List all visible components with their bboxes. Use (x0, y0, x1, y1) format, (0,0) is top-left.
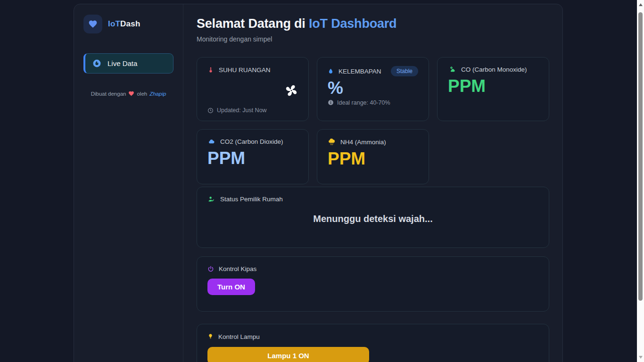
brand-logo (83, 15, 102, 33)
card-nh4-title: NH4 (Ammonia) (340, 139, 386, 146)
brand-name-secondary: Dash (120, 19, 140, 28)
heart-icon (128, 90, 134, 97)
credit-middle: oleh (137, 91, 147, 97)
page-title-accent: IoT Dashboard (309, 16, 396, 31)
status-badge: Stable (391, 66, 418, 76)
card-suhu-title-row: SUHU RUANGAN (207, 66, 298, 74)
card-suhu-updated-row: Updated: Just Now (207, 107, 267, 114)
page-subtitle: Monitoring dengan simpel (197, 35, 549, 43)
sidebar-item-label: Live Data (107, 59, 137, 67)
scrollbar-thumb[interactable] (638, 12, 643, 301)
card-kontrol-kipas: Kontrol Kipas Turn ON (197, 256, 549, 312)
lamp-1-on-button[interactable]: Lampu 1 ON (207, 347, 369, 362)
page-title: Selamat Datang di IoT Dashboard (197, 16, 549, 31)
sensor-card-grid: SUHU RUANGAN (197, 57, 549, 184)
info-icon (328, 99, 334, 106)
sidebar-item-live-data[interactable]: Live Data (83, 53, 173, 74)
brand: IoTDash (83, 15, 173, 33)
card-kelembapan-value: % (328, 78, 418, 99)
card-suhu-updated: Updated: Just Now (217, 107, 267, 114)
card-co-title-row: CO (Carbon Monoxide) (448, 66, 538, 73)
card-status-pemilik-rumah: Status Pemilik Rumah Menunggu deteksi wa… (197, 187, 549, 248)
brand-name-primary: IoT (108, 19, 120, 28)
card-co-title: CO (Carbon Monoxide) (461, 66, 527, 73)
scrollbar-up-arrow-icon[interactable] (639, 3, 643, 6)
card-lampu-title-row: Kontrol Lampu (207, 333, 538, 340)
face-detection-status-message: Menunggu deteksi wajah... (207, 203, 538, 239)
card-status-title: Status Pemilik Rumah (220, 196, 283, 203)
credit-line: Dibuat dengan oleh Zhapip (83, 90, 173, 97)
card-nh4-title-row: NH4 (Ammonia) (328, 138, 418, 146)
card-kelembapan-title: KELEMBAPAN (339, 68, 381, 75)
card-co2: CO2 (Carbon Dioxide) PPM (197, 129, 309, 184)
card-nh4-value: PPM (328, 149, 418, 169)
fan-icon (284, 83, 298, 98)
card-co-value: PPM (448, 76, 538, 97)
card-suhu-title: SUHU RUANGAN (219, 66, 271, 74)
card-kelembapan-title-row: KELEMBAPAN Stable (328, 66, 418, 76)
card-kipas-title: Kontrol Kipas (219, 265, 256, 272)
card-status-title-row: Status Pemilik Rumah (207, 196, 538, 203)
card-co2-value: PPM (207, 148, 298, 169)
power-icon (207, 265, 214, 272)
sidebar-nav: Live Data (83, 53, 173, 74)
clock-icon (207, 107, 214, 114)
flame-circle-icon (92, 59, 101, 68)
sidebar: IoTDash Live Data Dibuat dengan (74, 4, 183, 362)
card-co2-title: CO2 (Carbon Dioxide) (220, 138, 283, 145)
app-container: IoTDash Live Data Dibuat dengan (74, 4, 563, 362)
card-kelembapan-note: Ideal range: 40-70% (337, 99, 390, 106)
page-title-prefix: Selamat Datang di (197, 16, 309, 31)
heart-icon (88, 19, 98, 29)
user-check-icon (207, 196, 215, 203)
card-nh4: NH4 (Ammonia) PPM (317, 129, 429, 184)
card-kipas-title-row: Kontrol Kipas (207, 265, 538, 272)
cloud-rain-icon (328, 138, 336, 146)
card-lampu-title: Kontrol Lampu (218, 333, 260, 340)
main-content: Selamat Datang di IoT Dashboard Monitori… (183, 4, 562, 362)
credit-prefix: Dibuat dengan (91, 91, 126, 97)
scrollbar[interactable] (637, 0, 644, 362)
brand-name: IoTDash (108, 19, 140, 29)
cloud-icon (207, 139, 215, 145)
smog-icon (448, 66, 456, 73)
lightbulb-icon (207, 333, 214, 340)
droplet-icon (328, 67, 334, 75)
card-co: CO (Carbon Monoxide) PPM (437, 57, 549, 121)
credit-author-link[interactable]: Zhapip (149, 91, 166, 97)
fan-turn-on-button[interactable]: Turn ON (207, 279, 255, 295)
scrollbar-down-arrow-icon[interactable] (639, 356, 643, 359)
card-co2-title-row: CO2 (Carbon Dioxide) (207, 138, 298, 145)
card-suhu-ruangan: SUHU RUANGAN (197, 57, 309, 121)
card-kelembapan: KELEMBAPAN Stable % Ideal range: 40-70% (317, 57, 429, 121)
card-kontrol-lampu: Kontrol Lampu Lampu 1 ON (197, 324, 549, 362)
card-kelembapan-note-row: Ideal range: 40-70% (328, 99, 418, 106)
thermometer-icon (207, 66, 214, 74)
